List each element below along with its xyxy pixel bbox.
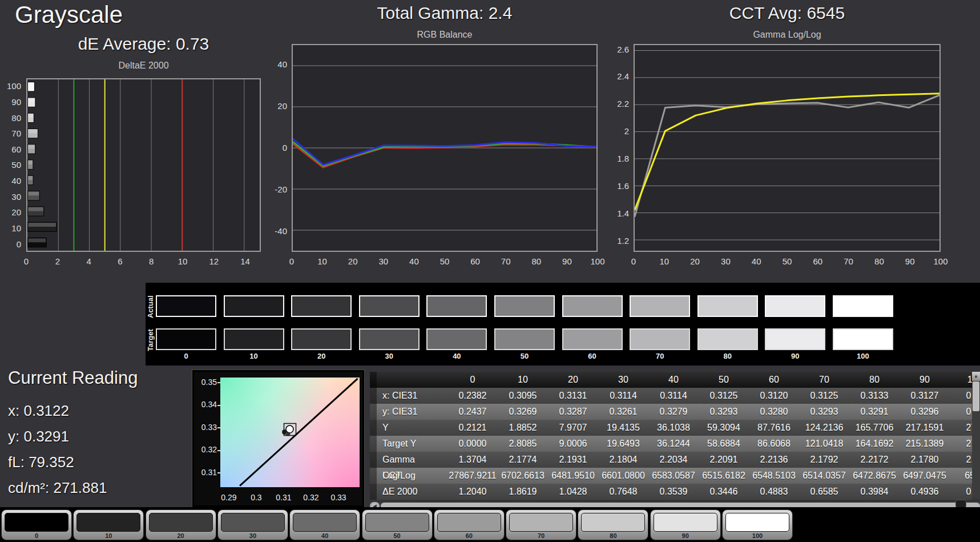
table-cell: 6702.6613 [498, 468, 548, 484]
actual-swatch [562, 295, 623, 317]
table-cell: 0.3125 [799, 388, 849, 404]
cie-x-tick-label: 0.31 [276, 493, 291, 502]
x-tick-label: 50 [783, 256, 792, 266]
table-cell: 0.3446 [699, 484, 749, 500]
pattern-swatch-button[interactable]: 100 [722, 509, 793, 540]
reading-x-value: x: 0.3122 [8, 402, 69, 420]
scroll-up-icon[interactable]: ▲ [972, 372, 980, 381]
pattern-swatch-button[interactable]: 60 [434, 509, 505, 540]
target-swatch [426, 328, 487, 350]
table-cell: 6548.5103 [749, 468, 799, 484]
pattern-swatch-color [654, 513, 717, 532]
pattern-swatch-button[interactable]: 70 [506, 509, 576, 540]
measurement-table: 0102030405060708090100x: CIE310.23820.30… [370, 372, 972, 501]
x-tick-label: 80 [531, 256, 541, 266]
deltae-chart-title: DeltaE 2000 [26, 61, 261, 71]
table-cell: 2.1804 [598, 452, 648, 468]
table-cell: 164.1692 [849, 436, 900, 452]
gamma-chart [634, 44, 941, 252]
x-tick-label: 100 [933, 256, 947, 266]
swatch-level-label: 20 [291, 352, 352, 360]
deltae-y-tick-label: 50 [0, 157, 24, 173]
target-swatch [156, 328, 216, 350]
pattern-swatch-button[interactable]: 50 [362, 509, 433, 540]
y-tick-label: 20 [277, 101, 287, 111]
table-cell: 86.6068 [749, 436, 799, 452]
table-cell: 0.2437 [447, 404, 498, 420]
deltae-y-tick-label: 0 [0, 236, 24, 252]
reading-y-value: y: 0.3291 [8, 428, 69, 445]
actual-swatch [630, 295, 690, 317]
deltae-y-tick-label: 100 [0, 78, 24, 94]
table-gutter [370, 436, 377, 452]
pattern-swatch-label: 20 [146, 532, 216, 539]
y-tick-label: -20 [275, 184, 287, 194]
pattern-swatch-button[interactable]: 40 [289, 509, 360, 540]
table-cell: 165.7706 [849, 420, 900, 436]
pattern-swatch-button[interactable]: 0 [1, 509, 72, 540]
pattern-swatch-button[interactable]: 30 [217, 509, 288, 540]
table-cell: 2.1792 [799, 452, 849, 468]
y-tick-label: 2.4 [617, 71, 629, 81]
swatch-level-label: 80 [697, 352, 758, 360]
table-row-label: CCT [377, 468, 447, 484]
deltae-y-tick-label: 80 [0, 110, 24, 126]
rgb-balance-chart [292, 44, 598, 252]
table-row: Gamma Log/Log1.37042.17742.19312.18042.2… [370, 452, 972, 468]
table-vertical-scrollbar[interactable]: ▲ [972, 372, 980, 499]
calibration-app-window: Grayscale dE Average: 0.73 Total Gamma: … [0, 0, 980, 542]
table-cell: 2.27 [950, 452, 972, 468]
table-cell: 0.3127 [900, 388, 950, 404]
y-tick-label: 40 [277, 59, 287, 69]
deltae-x-tick-label: 8 [149, 256, 154, 266]
table-cell: 0.3296 [900, 404, 950, 420]
grayscale-swatch-strip: Actual Target 0102030405060708090100 [146, 283, 980, 366]
pattern-swatch-button[interactable]: 10 [73, 509, 144, 540]
table-cell: 2.8085 [498, 436, 548, 452]
target-swatch [224, 328, 284, 350]
pattern-swatch-label: 10 [74, 532, 143, 539]
table-header-row: 0102030405060708090100 [370, 372, 972, 388]
pattern-swatch-label: 40 [290, 532, 360, 539]
target-row-label: Target [146, 326, 155, 355]
gamma-chart-title: Gamma Log/Log [634, 30, 941, 40]
pattern-swatch-color [581, 513, 645, 532]
rgb-balance-y-axis: 40200-20-40 [264, 44, 289, 252]
pattern-swatch-button[interactable]: 90 [650, 509, 721, 540]
x-tick-label: 70 [844, 256, 853, 266]
table-cell: 124.2136 [799, 420, 849, 436]
table-column-header: 20 [548, 372, 598, 388]
actual-swatch [697, 295, 758, 317]
swatch-level-label: 10 [224, 352, 284, 360]
cie-x-tick-label: 0.32 [303, 493, 318, 502]
deltae-x-tick-label: 4 [86, 256, 91, 266]
cie-y-tick-label: 0.33 [201, 423, 220, 432]
cie-y-axis: 0.350.340.330.320.31 [194, 372, 220, 509]
vertical-scroll-thumb[interactable] [973, 382, 979, 411]
table-cell: 2.1780 [900, 452, 950, 468]
actual-swatch [291, 295, 352, 317]
table-cell: 0.3131 [548, 388, 598, 404]
y-tick-label: 2.2 [617, 99, 629, 109]
table-cell: 0.3114 [598, 388, 648, 404]
cie-y-tick-label: 0.35 [201, 378, 220, 387]
target-swatch [697, 328, 758, 350]
pattern-swatch-button[interactable]: 80 [578, 509, 648, 540]
pattern-swatch-color [76, 513, 140, 532]
x-tick-label: 60 [813, 256, 822, 266]
pattern-swatch-button[interactable]: 20 [146, 509, 216, 540]
table-row-label: Target Y [377, 436, 447, 452]
pattern-swatch-label: 70 [506, 532, 576, 539]
target-swatch [494, 328, 555, 350]
cie-x-axis: 0.290.30.310.320.33 [194, 493, 366, 503]
target-swatch [291, 328, 352, 350]
pattern-swatch-label: 80 [578, 532, 648, 539]
table-row-label: x: CIE31 [377, 388, 447, 404]
x-tick-label: 90 [905, 256, 915, 266]
pattern-bar: 0102030405060708090100 ▲ ■ ▶ [·] ∞ ⟳ « B… [0, 507, 980, 542]
swatch-level-label: 60 [562, 352, 623, 360]
table-row: x: CIE310.23820.30950.31310.31140.31140.… [370, 388, 972, 404]
actual-swatch [156, 295, 216, 317]
table-cell: 0.7648 [598, 484, 648, 500]
table-cell: 0.6585 [799, 484, 849, 500]
